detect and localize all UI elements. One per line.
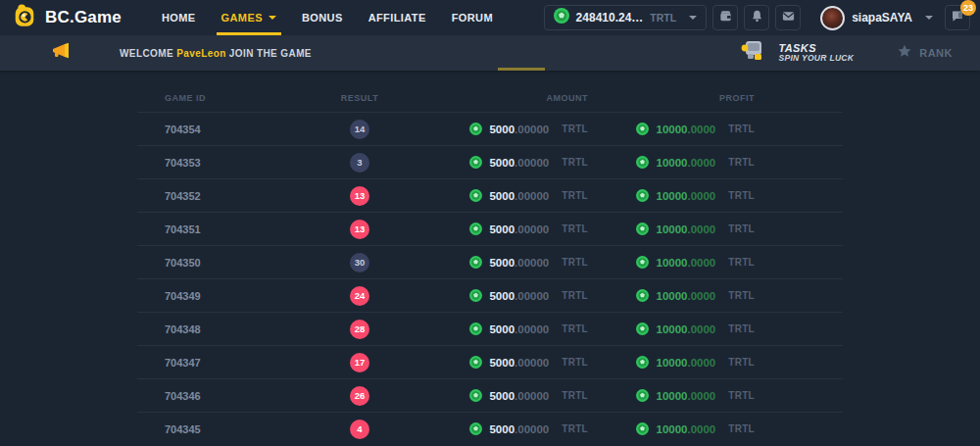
table-row[interactable]: 704347 17 5000.00000 TRTL 10000.0000 TRT… [137, 345, 843, 378]
balance-selector[interactable]: 248410.24… TRTL [544, 5, 708, 30]
result-badge: 28 [350, 320, 369, 339]
nav-item-games[interactable]: GAMES [209, 0, 289, 35]
result-badge: 13 [350, 220, 369, 239]
header-result: RESULT [341, 93, 378, 103]
profit-cell: 10000.0000 TRTL [636, 422, 755, 435]
nav-item-affiliate[interactable]: AFFILIATE [356, 0, 439, 35]
wallet-button[interactable] [712, 5, 738, 30]
announcement-banner: WELCOME PaveLeon JOIN THE GAME TASKS SPI… [0, 35, 980, 71]
trtl-coin-icon [636, 356, 649, 369]
profit-cell: 10000.0000 TRTL [636, 189, 755, 202]
trtl-coin-icon [469, 389, 482, 402]
table-row[interactable]: 704350 30 5000.00000 TRTL 10000.0000 TRT… [137, 245, 843, 278]
game-id: 704346 [165, 390, 320, 402]
trtl-coin-icon [636, 289, 649, 302]
profit-cell: 10000.0000 TRTL [636, 123, 755, 135]
trtl-coin-icon [469, 289, 482, 302]
profit-cell: 10000.0000 TRTL [636, 256, 755, 269]
amount-cell: 5000.00000 TRTL [469, 389, 588, 402]
trtl-coin-icon [636, 389, 649, 402]
brand-name: BC.Game [45, 8, 122, 27]
table-row[interactable]: 704349 24 5000.00000 TRTL 10000.0000 TRT… [137, 278, 843, 312]
result-badge: 14 [350, 120, 369, 139]
amount-cell: 5000.00000 TRTL [469, 289, 588, 302]
profit-cell: 10000.0000 TRTL [636, 223, 755, 235]
chevron-down-icon [925, 16, 933, 20]
scroll-indicator[interactable] [498, 68, 545, 71]
game-id: 704354 [165, 124, 320, 135]
amount-cell: 5000.00000 TRTL [469, 422, 588, 435]
nav-item-forum[interactable]: FORUM [439, 0, 506, 35]
trtl-coin-icon [469, 223, 482, 235]
trtl-coin-icon [469, 256, 482, 269]
bell-icon [750, 9, 764, 27]
table-row[interactable]: 704354 14 5000.00000 TRTL 10000.0000 TRT… [137, 112, 843, 145]
profit-cell: 10000.0000 TRTL [636, 322, 755, 335]
rank-widget[interactable]: RANK [897, 44, 953, 63]
rank-label: RANK [919, 47, 953, 59]
result-badge: 4 [350, 420, 369, 439]
spin-machine-icon [739, 38, 768, 68]
game-id: 704347 [165, 357, 320, 369]
table-body: 704354 14 5000.00000 TRTL 10000.0000 TRT… [137, 112, 843, 445]
profit-cell: 10000.0000 TRTL [636, 389, 755, 402]
megaphone-icon [51, 41, 73, 65]
game-id: 704349 [165, 290, 320, 302]
amount-cell: 5000.00000 TRTL [469, 189, 588, 202]
welcome-message: WELCOME PaveLeon JOIN THE GAME [120, 48, 312, 59]
amount-cell: 5000.00000 TRTL [469, 123, 588, 135]
main-nav: HOME GAMES BONUS AFFILIATE FORUM [149, 0, 506, 35]
user-menu[interactable]: siapaSAYA [820, 6, 933, 30]
tasks-widget[interactable]: TASKS SPIN YOUR LUCK [739, 38, 854, 68]
table-header: GAME ID RESULT AMOUNT PROFIT [137, 84, 843, 112]
chevron-down-icon [689, 16, 697, 20]
chat-button[interactable]: 23 [945, 5, 970, 30]
balance-currency: TRTL [650, 12, 676, 24]
trtl-coin-icon [469, 189, 482, 202]
chevron-down-icon [269, 16, 276, 20]
trtl-coin-icon [469, 422, 482, 435]
amount-cell: 5000.00000 TRTL [469, 223, 588, 235]
tasks-subtitle: SPIN YOUR LUCK [778, 54, 854, 64]
result-badge: 24 [350, 286, 369, 306]
star-icon [897, 44, 912, 63]
trtl-coin-icon [636, 123, 649, 135]
nav-item-bonus[interactable]: BONUS [289, 0, 356, 35]
game-history-table: GAME ID RESULT AMOUNT PROFIT 704354 14 5… [137, 84, 843, 445]
amount-cell: 5000.00000 TRTL [469, 356, 588, 369]
table-row[interactable]: 704345 4 5000.00000 TRTL 10000.0000 TRTL [137, 412, 843, 445]
brand-logo[interactable]: BC.Game [12, 3, 122, 32]
messages-button[interactable] [775, 5, 801, 30]
table-row[interactable]: 704353 3 5000.00000 TRTL 10000.0000 TRTL [137, 145, 843, 178]
amount-cell: 5000.00000 TRTL [469, 256, 588, 269]
trtl-coin-icon [636, 223, 649, 235]
game-id: 704350 [165, 257, 320, 269]
header-amount: AMOUNT [547, 93, 589, 103]
trtl-coin-icon [636, 422, 649, 435]
top-right-controls: 248410.24… TRTL siapaSAYA [544, 5, 970, 30]
avatar [820, 6, 845, 30]
nav-item-home[interactable]: HOME [149, 0, 209, 35]
table-row[interactable]: 704351 13 5000.00000 TRTL 10000.0000 TRT… [137, 212, 843, 245]
notifications-button[interactable] [744, 5, 769, 30]
header-profit: PROFIT [719, 93, 755, 103]
welcomed-username: PaveLeon [176, 48, 225, 59]
result-badge: 3 [350, 153, 369, 173]
game-id: 704348 [165, 323, 320, 335]
trtl-coin-icon [636, 256, 649, 269]
mail-icon [781, 9, 796, 27]
header-game-id: GAME ID [165, 93, 320, 103]
game-id: 704353 [165, 157, 320, 169]
table-row[interactable]: 704346 26 5000.00000 TRTL 10000.0000 TRT… [137, 378, 843, 412]
game-id: 704351 [165, 223, 320, 235]
table-row[interactable]: 704352 13 5000.00000 TRTL 10000.0000 TRT… [137, 178, 843, 212]
profit-cell: 10000.0000 TRTL [636, 289, 755, 302]
amount-cell: 5000.00000 TRTL [469, 156, 588, 169]
trtl-coin-icon [469, 156, 482, 169]
trtl-coin-icon [554, 8, 569, 27]
game-id: 704352 [165, 190, 320, 202]
bcgame-logo-icon [12, 3, 37, 32]
table-row[interactable]: 704348 28 5000.00000 TRTL 10000.0000 TRT… [137, 312, 843, 345]
trtl-coin-icon [469, 356, 482, 369]
balance-amount: 248410.24… [576, 11, 644, 25]
